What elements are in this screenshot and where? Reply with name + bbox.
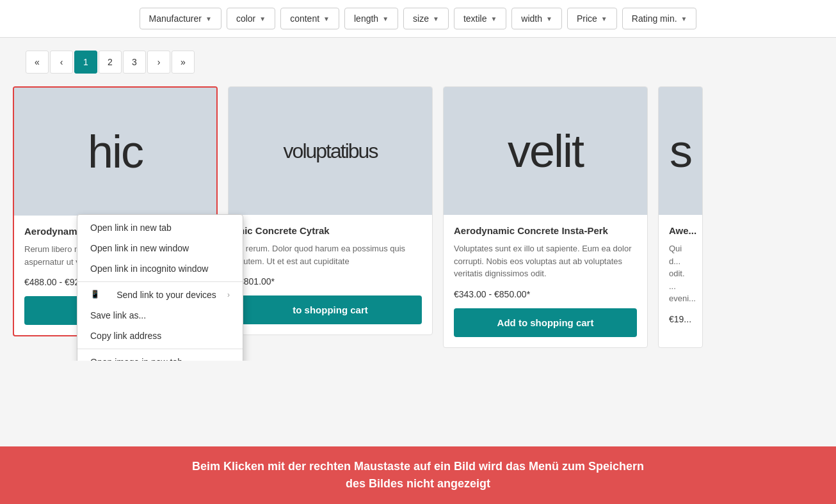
product-price: €801.00* — [239, 276, 422, 287]
pagination-container: «‹123›» — [0, 38, 836, 86]
add-to-cart-button[interactable]: Add to shopping cart — [454, 308, 637, 337]
chevron-down-icon: ▼ — [259, 15, 266, 22]
context-menu-item-2[interactable]: Open link in incognito window — [77, 258, 243, 279]
filter-label: length — [354, 13, 378, 24]
filter-rating[interactable]: Rating min.▼ — [622, 8, 697, 29]
filter-length[interactable]: length▼ — [344, 8, 398, 29]
product-card: voluptatibusnic Concrete Cytrakn rerum. … — [228, 86, 433, 335]
filter-manufacturer[interactable]: Manufacturer▼ — [140, 8, 221, 29]
context-menu-label: Open image in new tab — [90, 357, 182, 361]
context-menu-item-1[interactable]: Open link in new window — [77, 238, 243, 258]
filter-label: Price — [577, 13, 597, 24]
product-price: €19... — [669, 314, 692, 324]
product-image: hic — [14, 88, 216, 216]
chevron-down-icon: ▼ — [490, 15, 497, 22]
filter-label: textile — [463, 13, 487, 24]
page-btn-3[interactable]: 3 — [123, 51, 146, 74]
filter-bar: Manufacturer▼color▼content▼length▼size▼t… — [0, 0, 836, 38]
filter-label: Rating min. — [632, 13, 677, 24]
product-name: Awe... — [669, 225, 692, 236]
filter-width[interactable]: width▼ — [511, 8, 562, 29]
filter-label: content — [290, 13, 319, 24]
context-menu-item-3[interactable]: 📱Send link to your devices› — [77, 285, 243, 305]
page-btn-«[interactable]: « — [26, 51, 49, 74]
send-devices-icon: 📱 — [90, 290, 100, 300]
page-btn-2[interactable]: 2 — [99, 51, 122, 74]
chevron-down-icon: ▼ — [323, 15, 330, 22]
context-menu-item-4[interactable]: Save link as... — [77, 305, 243, 326]
product-card-2: velitAerodynamic Concrete Insta-PerkVolu… — [443, 86, 648, 348]
context-menu-item-6[interactable]: Open image in new tab — [77, 352, 243, 361]
page-btn-1[interactable]: 1 — [74, 51, 97, 74]
context-menu-label: Send link to your devices — [117, 290, 216, 300]
filter-price[interactable]: Price▼ — [567, 8, 617, 29]
pagination: «‹123›» — [26, 51, 195, 74]
context-menu: Open link in new tabOpen link in new win… — [77, 214, 243, 361]
product-info: Aerodynamic Concrete Insta-PerkVoluptate… — [444, 215, 647, 347]
product-image: s — [659, 87, 702, 215]
product-price: €343.00 - €850.00* — [454, 289, 637, 299]
filter-label: Manufacturer — [149, 13, 202, 24]
products-area: hicAerodynamic B... CoffeeMaticRerum lib… — [0, 86, 836, 361]
product-info: nic Concrete Cytrakn rerum. Dolor quod h… — [229, 215, 432, 335]
product-info: Awe...Qui d... odit. ... eveni...€19... — [659, 215, 702, 343]
context-menu-label: Open link in new window — [90, 243, 189, 253]
product-desc: Voluptates sunt ex illo ut sapiente. Eum… — [454, 242, 637, 280]
chevron-down-icon: ▼ — [433, 15, 439, 22]
product-card-0: hicAerodynamic B... CoffeeMaticRerum lib… — [13, 86, 218, 348]
filter-label: width — [521, 13, 542, 24]
context-menu-item-5[interactable]: Copy link address — [77, 326, 243, 346]
filter-label: color — [236, 13, 255, 24]
chevron-down-icon: ▼ — [546, 15, 552, 22]
chevron-down-icon: ▼ — [681, 15, 687, 22]
product-card-1: voluptatibusnic Concrete Cytrakn rerum. … — [228, 86, 433, 348]
context-menu-item-0[interactable]: Open link in new tab — [77, 217, 243, 238]
page-btn-›[interactable]: › — [147, 51, 170, 74]
chevron-down-icon: ▼ — [382, 15, 389, 22]
filter-color[interactable]: color▼ — [227, 8, 275, 29]
product-desc: n rerum. Dolor quod harum ea possimus qu… — [239, 242, 422, 267]
context-menu-label: Open link in new tab — [90, 223, 172, 233]
context-menu-label: Save link as... — [90, 310, 146, 320]
context-menu-label: Open link in incognito window — [90, 264, 208, 274]
product-desc: Qui d... odit. ... eveni... — [669, 242, 692, 305]
chevron-down-icon: ▼ — [601, 15, 607, 22]
product-card: velitAerodynamic Concrete Insta-PerkVolu… — [443, 86, 648, 348]
chevron-down-icon: ▼ — [205, 15, 212, 22]
filter-size[interactable]: size▼ — [403, 8, 449, 29]
product-image: voluptatibus — [229, 87, 432, 215]
page-btn-‹[interactable]: ‹ — [50, 51, 73, 74]
product-name: Aerodynamic Concrete Insta-Perk — [454, 225, 637, 236]
submenu-arrow-icon: › — [227, 290, 230, 299]
page-btn-»[interactable]: » — [172, 51, 195, 74]
filter-content[interactable]: content▼ — [280, 8, 339, 29]
filter-label: size — [413, 13, 429, 24]
product-card-partial: sAwe...Qui d... odit. ... eveni...€19... — [658, 86, 703, 348]
add-to-cart-button[interactable]: to shopping cart — [239, 295, 422, 324]
product-name: nic Concrete Cytrak — [239, 225, 422, 236]
filter-textile[interactable]: textile▼ — [454, 8, 506, 29]
product-image: velit — [444, 87, 647, 215]
context-menu-label: Copy link address — [90, 331, 161, 341]
